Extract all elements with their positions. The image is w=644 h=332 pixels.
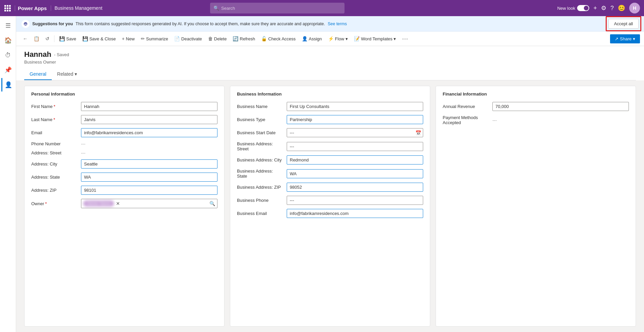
sidebar-item-pinned[interactable]: 📌: [1, 63, 15, 77]
feedback-icon[interactable]: 😊: [618, 5, 625, 11]
address-city-row: Address: City: [31, 159, 217, 169]
sidebar-item-menu[interactable]: ☰: [1, 19, 15, 32]
address-city-input[interactable]: [81, 159, 217, 169]
last-name-label: Last Name *: [31, 117, 78, 122]
new-look-toggle[interactable]: New look: [557, 5, 589, 11]
refresh-form-icon: ↺: [45, 36, 49, 41]
apps-grid-button[interactable]: [4, 5, 11, 11]
suggestions-left: AI Suggestions for you This form contain…: [22, 20, 347, 28]
new-button[interactable]: + New: [119, 34, 137, 43]
main-content: AI Suggestions for you This form contain…: [16, 16, 644, 332]
more-button[interactable]: ⋯: [399, 34, 411, 44]
last-name-input[interactable]: [81, 115, 217, 124]
word-templates-icon: 📝: [354, 36, 360, 41]
address-city-label: Address: City: [31, 161, 78, 167]
first-name-required: *: [54, 104, 55, 109]
payment-methods-label: Payment Methods Accepted: [443, 115, 490, 125]
new-look-switch[interactable]: [577, 5, 589, 11]
biz-addr-city-input[interactable]: [287, 155, 423, 164]
refresh-button[interactable]: 🔄 Refresh: [230, 34, 258, 43]
biz-name-input[interactable]: [287, 102, 423, 111]
flow-button[interactable]: ⚡ Flow ▾: [325, 34, 351, 43]
biz-addr-zip-label: Business Address: ZIP: [237, 185, 284, 190]
share-button[interactable]: ↗ Share ▾: [610, 34, 640, 43]
payment-methods-row: Payment Methods Accepted ---: [443, 115, 629, 125]
search-input[interactable]: [221, 6, 341, 11]
refresh-icon: 🔄: [233, 36, 238, 41]
summarize-button[interactable]: ✏ Summarize: [138, 34, 171, 43]
biz-addr-street-input[interactable]: [287, 142, 423, 151]
search-icon: 🔍: [213, 5, 219, 11]
business-info-title: Business Information: [237, 91, 423, 97]
biz-phone-input[interactable]: [287, 196, 423, 205]
global-search[interactable]: 🔍: [210, 3, 345, 13]
biz-email-input[interactable]: [287, 209, 423, 218]
phone-row: Phone Number ---: [31, 141, 217, 146]
sidebar-item-recent[interactable]: ⏱: [1, 48, 15, 62]
email-row: Email: [31, 128, 217, 137]
suggestions-link[interactable]: See terms: [328, 22, 347, 26]
save-close-label: Save & Close: [89, 36, 116, 41]
business-info-card: Business Information Business Name Busin…: [230, 86, 430, 327]
sidebar-item-home[interactable]: 🏠: [1, 34, 15, 47]
first-name-label: First Name *: [31, 104, 78, 109]
biz-addr-zip-input[interactable]: [287, 183, 423, 192]
word-templates-button[interactable]: 📝 Word Templates ▾: [351, 34, 399, 43]
accept-all-wrapper: Accept all ➤: [608, 19, 639, 29]
tab-related[interactable]: Related ▾: [52, 69, 82, 80]
last-name-required: *: [53, 117, 55, 122]
last-name-row: Last Name *: [31, 115, 217, 124]
address-state-label: Address: State: [31, 175, 78, 180]
address-street-value: ---: [81, 150, 217, 155]
share-icon: ↗: [615, 36, 618, 41]
assign-button[interactable]: 👤 Assign: [299, 34, 325, 43]
note-button[interactable]: 📋: [31, 34, 42, 43]
check-access-button[interactable]: 🔓 Check Access: [258, 34, 298, 43]
deactivate-button[interactable]: 📄 Deactivate: [171, 34, 204, 43]
top-nav-right: New look + ⚙ ? 😊 H: [557, 3, 640, 13]
save-label: Save: [66, 36, 76, 41]
refresh-form-button[interactable]: ↺: [43, 34, 52, 43]
record-name: Hannah: [24, 50, 51, 59]
save-button[interactable]: 💾 Save: [56, 34, 79, 43]
annual-revenue-input[interactable]: [492, 102, 629, 111]
owner-field[interactable]: Owner Name ✕ 🔍: [81, 199, 217, 208]
svg-rect-5: [9, 7, 11, 9]
svg-rect-1: [7, 5, 8, 7]
financial-info-card: Financial Information Annual Revenue Pay…: [436, 86, 636, 327]
help-icon[interactable]: ?: [610, 5, 614, 11]
brand-area: Power Apps Business Management: [15, 5, 103, 11]
address-zip-row: Address: ZIP: [31, 186, 217, 195]
calendar-icon: 📅: [415, 130, 421, 136]
owner-required: *: [45, 201, 47, 206]
user-avatar[interactable]: H: [629, 3, 640, 13]
settings-icon[interactable]: ⚙: [601, 5, 606, 11]
biz-type-input[interactable]: [287, 115, 423, 124]
refresh-label: Refresh: [240, 36, 255, 41]
back-button[interactable]: ←: [20, 34, 30, 43]
owner-search-icon[interactable]: 🔍: [209, 201, 215, 206]
sidebar-item-contacts[interactable]: 👤: [1, 78, 15, 91]
delete-button[interactable]: 🗑 Delete: [205, 34, 230, 43]
summarize-icon: ✏: [141, 36, 145, 41]
email-input[interactable]: [81, 128, 217, 137]
biz-addr-street-row: Business Address: Street: [237, 141, 423, 151]
flow-label: Flow: [335, 36, 344, 41]
tab-general-label: General: [30, 71, 46, 77]
tab-general[interactable]: General: [24, 69, 52, 80]
save-close-button[interactable]: 💾 Save & Close: [80, 34, 119, 43]
address-state-input[interactable]: [81, 173, 217, 182]
biz-phone-label: Business Phone: [237, 198, 284, 203]
email-label: Email: [31, 130, 78, 135]
flow-chevron-icon: ▾: [346, 36, 348, 41]
biz-start-input[interactable]: [287, 128, 423, 137]
biz-addr-state-input[interactable]: [287, 169, 423, 178]
accept-all-button[interactable]: Accept all: [608, 19, 639, 29]
owner-clear-icon[interactable]: ✕: [116, 201, 120, 206]
address-zip-input[interactable]: [81, 186, 217, 195]
new-icon: +: [122, 36, 124, 41]
check-access-icon: 🔓: [261, 36, 267, 41]
plus-icon[interactable]: +: [593, 5, 597, 11]
financial-info-title: Financial Information: [443, 91, 629, 97]
first-name-input[interactable]: [81, 102, 217, 111]
